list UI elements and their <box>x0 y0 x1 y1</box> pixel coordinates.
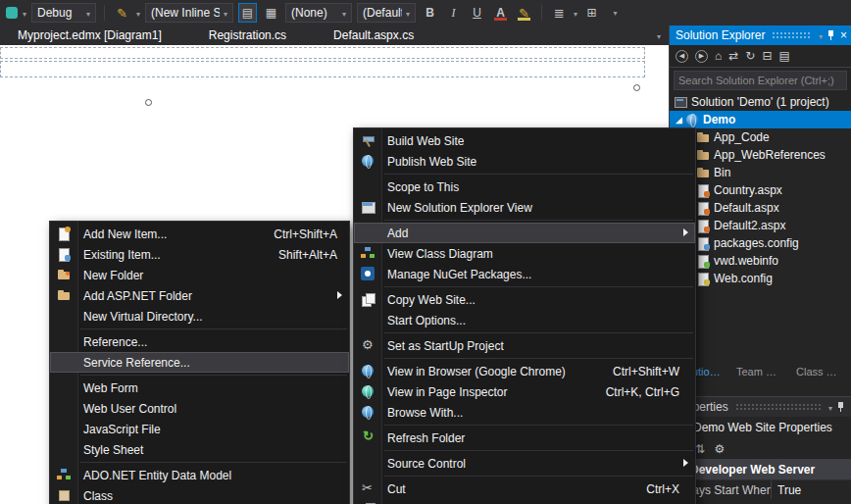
tree-item-packages-config[interactable]: ▷ packages.config <box>670 234 851 252</box>
css-class-value: (None) <box>291 6 338 20</box>
new-folder-icon <box>57 268 71 281</box>
home-icon[interactable]: ⌂ <box>715 49 722 63</box>
debug-configuration-dropdown[interactable]: Debug <box>31 3 96 23</box>
chevron-down-icon[interactable] <box>574 6 577 20</box>
tree-item-app-webreferences[interactable]: ▷ App_WebReferences <box>670 146 851 164</box>
drag-grip[interactable] <box>735 403 822 411</box>
menu-item-add-aspnet-folder[interactable]: Add ASP.NET Folder <box>50 285 349 306</box>
highlight-color-button[interactable] <box>515 3 533 23</box>
menu-item-style-sheet[interactable]: Style Sheet <box>50 439 349 460</box>
menu-item-existing-item[interactable]: Existing Item... Shift+Alt+A <box>50 244 349 265</box>
design-element-outline[interactable] <box>0 47 645 59</box>
menu-item-label: Publish Web Site <box>387 155 476 169</box>
tab-class-view[interactable]: Class View <box>791 364 848 379</box>
menu-item-source-control[interactable]: Source Control <box>354 453 695 474</box>
menu-item-copy[interactable]: Copy Ctrl+C <box>354 499 695 504</box>
tree-item-default-aspx[interactable]: ▷ Default.aspx <box>670 199 851 217</box>
close-icon[interactable]: × <box>840 28 847 42</box>
font-color-button[interactable]: A <box>491 3 510 23</box>
bold-button[interactable]: B <box>421 3 439 23</box>
back-icon[interactable]: ◀ <box>676 50 688 63</box>
menu-item-new-solution-explorer-view[interactable]: New Solution Explorer View <box>354 197 695 218</box>
chevron-down-icon[interactable] <box>136 6 140 20</box>
style-overlay-toggle-icon[interactable] <box>238 3 257 23</box>
menu-item-view-class-diagram[interactable]: View Class Diagram <box>354 243 695 264</box>
menu-item-add[interactable]: Add <box>354 223 695 243</box>
menu-item-view-in-page-inspector[interactable]: View in Page Inspector Ctrl+K, Ctrl+G <box>354 381 695 402</box>
menu-item-reference[interactable]: Reference... <box>50 331 349 352</box>
italic-button[interactable]: I <box>444 3 463 23</box>
menu-item-browse-with[interactable]: Browse With... <box>354 402 695 423</box>
menu-item-start-options[interactable]: Start Options... <box>354 310 695 330</box>
pin-icon[interactable] <box>826 29 836 41</box>
property-category-row[interactable]: ▾ Developer Web Server <box>670 460 851 479</box>
tree-item-app-code[interactable]: ▷ App_Code <box>670 128 851 146</box>
menu-item-refresh-folder[interactable]: Refresh Folder <box>354 428 695 448</box>
solution-header[interactable]: Solution 'Demo' (1 project) <box>670 93 851 111</box>
target-rule-dropdown[interactable]: (New Inline Style) <box>145 3 233 23</box>
tree-item-web-config[interactable]: ▷ Web.config <box>670 270 851 287</box>
collapse-all-icon[interactable]: ⊟ <box>762 49 772 63</box>
menu-item-publish-web-site[interactable]: Publish Web Site <box>354 151 695 172</box>
menu-item-label: Scope to This <box>387 180 459 194</box>
tab-team-explorer[interactable]: Team Explorer <box>731 364 788 379</box>
alignment-icon[interactable] <box>550 3 569 23</box>
gear-icon[interactable]: ⚙ <box>714 442 725 456</box>
menu-item-copy-web-site[interactable]: Copy Web Site... <box>354 289 695 310</box>
borders-icon[interactable] <box>582 3 601 23</box>
tree-item-bin[interactable]: ▷ Bin <box>670 164 851 181</box>
menu-item-manage-nuget-packages[interactable]: Manage NuGet Packages... <box>354 264 695 284</box>
tab-myproject-edmx[interactable]: Myproject.edmx [Diagram1] <box>0 25 179 45</box>
menu-item-web-user-control[interactable]: Web User Control <box>50 398 349 419</box>
style-pen-icon[interactable] <box>113 3 131 23</box>
run-target-icon[interactable] <box>6 7 18 19</box>
menu-item-class[interactable]: Class <box>50 485 349 504</box>
tree-item-default2-aspx[interactable]: ▷ Default2.aspx <box>670 217 851 234</box>
chevron-down-icon[interactable] <box>819 28 823 42</box>
aspx-file-icon <box>696 219 710 232</box>
expander-expanded-icon[interactable]: ◢ <box>673 116 685 125</box>
design-element-outline[interactable] <box>0 61 645 77</box>
pin-icon[interactable] <box>836 401 846 413</box>
forward-icon[interactable]: ▶ <box>695 50 708 63</box>
menu-item-scope-to-this[interactable]: Scope to This <box>354 176 695 197</box>
css-class-dropdown[interactable]: (None) <box>285 3 352 23</box>
underline-button[interactable]: U <box>468 3 486 23</box>
sync-icon[interactable]: ⇄ <box>728 49 738 63</box>
menu-item-web-form[interactable]: Web Form <box>50 378 349 398</box>
menu-item-set-as-startup-project[interactable]: Set as StartUp Project <box>354 335 695 356</box>
menu-item-build-web-site[interactable]: Build Web Site <box>354 130 695 151</box>
style-grid-toggle-icon[interactable] <box>262 3 280 23</box>
menu-item-new-virtual-directory[interactable]: New Virtual Directory... <box>50 306 349 327</box>
search-input[interactable] <box>674 71 847 90</box>
menu-separator <box>384 476 693 477</box>
tree-item-vwd-webinfo[interactable]: ▷ vwd.webinfo <box>670 252 851 270</box>
menu-item-shortcut: Ctrl+K, Ctrl+G <box>584 385 679 399</box>
menu-item-javascript-file[interactable]: JavaScript File <box>50 419 349 439</box>
resize-handle[interactable] <box>145 99 152 106</box>
chevron-down-icon[interactable] <box>828 400 832 414</box>
refresh-icon[interactable]: ↻ <box>745 49 755 63</box>
tab-registration-cs[interactable]: Registration.cs <box>191 25 304 45</box>
resize-handle[interactable] <box>633 84 640 91</box>
drag-grip[interactable] <box>772 31 812 39</box>
toolbar-overflow-icon[interactable] <box>606 3 625 23</box>
tree-item-demo[interactable]: ◢ Demo <box>670 111 851 128</box>
alphabetical-icon[interactable]: ⇅ <box>695 442 705 456</box>
menu-item-cut[interactable]: Cut Ctrl+X <box>354 479 695 499</box>
properties-object-selector[interactable]: Demo Web Site Properties <box>670 417 851 438</box>
tree-item-country-aspx[interactable]: ▷ Country.aspx <box>670 181 851 199</box>
menu-item-new-folder[interactable]: New Folder <box>50 265 349 285</box>
show-all-files-icon[interactable]: ▤ <box>778 49 789 63</box>
font-dropdown[interactable]: (Default Font) <box>357 3 416 23</box>
solution-explorer-titlebar[interactable]: Solution Explorer × <box>670 25 851 45</box>
property-value-cell[interactable]: True <box>772 480 851 499</box>
document-well-dropdown-icon[interactable] <box>657 28 661 42</box>
menu-item-view-in-browser[interactable]: View in Browser (Google Chrome) Ctrl+Shi… <box>354 361 695 381</box>
tab-default-aspx-cs[interactable]: Default.aspx.cs <box>316 25 431 45</box>
menu-item-adonet-entity-data-model[interactable]: ADO.NET Entity Data Model <box>50 465 349 485</box>
chevron-down-icon[interactable] <box>23 6 26 20</box>
menu-item-add-new-item[interactable]: Add New Item... Ctrl+Shift+A <box>50 224 349 244</box>
properties-titlebar[interactable]: Properties <box>670 397 851 417</box>
menu-item-service-reference[interactable]: Service Reference... <box>50 352 349 373</box>
